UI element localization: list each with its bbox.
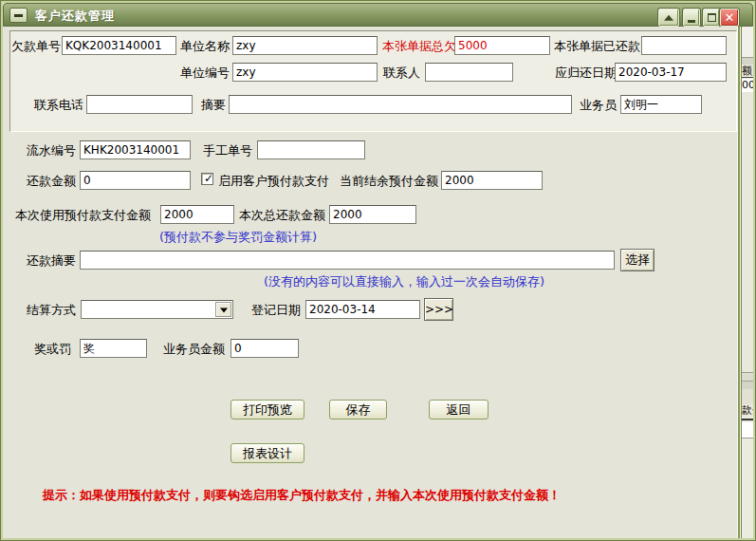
rollup-button[interactable] [658,9,679,27]
unit-code-label: 单位编号 [180,66,230,80]
settle-method-select[interactable] [81,300,233,319]
close-button[interactable]: ✕ [720,9,739,27]
debt-no-label: 欠款单号 [11,40,61,53]
enable-prepay-checkbox[interactable]: ✓ [201,173,213,185]
prepay-balance-input[interactable] [441,171,543,190]
manual-no-label: 手工单号 [203,144,252,158]
summary-input[interactable] [229,95,572,114]
back-button[interactable]: 返回 [429,400,489,420]
due-date-label: 应归还日期 [555,66,617,80]
clipped-background-grid: 额 000 款金 [742,27,753,538]
serial-no-input[interactable] [80,140,191,159]
maximize-icon [708,13,716,22]
grid-fragment [742,372,753,381]
report-design-button[interactable]: 报表设计 [230,443,304,463]
phone-label: 联系电话 [34,99,83,112]
triangle-up-icon [664,14,673,20]
prepay-balance-label: 当前结余预付金额 [340,175,438,188]
total-repay-input[interactable] [329,205,416,224]
contact-label: 联系人 [383,66,420,80]
grid-fragment [742,92,753,372]
print-preview-button[interactable]: 打印预览 [230,400,304,420]
repay-summary-input[interactable] [80,251,615,270]
salesman-input[interactable] [620,95,702,114]
debt-no-input[interactable] [62,36,176,55]
date-picker-button[interactable]: >>> [424,298,453,321]
prepay-used-label: 本次使用预付款支付金额 [15,209,151,222]
grid-cell: 000 [742,79,753,92]
repay-summary-label: 还款摘要 [27,254,76,268]
grid-cell [742,422,753,438]
repaid-label: 本张单据已还款 [554,40,640,53]
grid-fragment [742,57,753,65]
reward-label: 奖或罚 [34,343,71,356]
repaid-input[interactable] [641,36,727,55]
footer-hint: 提示：如果使用预付款支付，则要钩选启用客户预付款支付，并输入本次使用预付款支付金… [43,487,561,504]
autosave-note: (没有的内容可以直接输入，输入过一次会自动保存) [264,273,544,290]
maximize-button[interactable] [703,9,720,27]
grid-fragment [742,389,753,404]
checkmark-icon: ✓ [204,172,213,185]
phone-input[interactable] [86,95,193,114]
grid-fragment [742,439,753,538]
window-title: 客户还款管理 [35,8,115,25]
grid-column-header: 额 [742,65,753,78]
unit-name-label: 单位名称 [180,40,230,53]
reg-date-input[interactable] [305,300,420,319]
salesman-label: 业务员 [580,99,617,112]
grid-column-header: 款金 [742,404,753,420]
reg-date-label: 登记日期 [251,304,301,317]
manual-no-input[interactable] [257,140,365,159]
title-bar: 客户还款管理 ✕ [3,3,753,27]
prepay-used-input[interactable] [160,205,234,224]
minimize-icon [688,20,695,23]
due-date-input[interactable] [615,63,727,82]
customer-repayment-dialog: 客户还款管理 ✕ 欠款单号 单位名称 本张单据总欠 本张单据已还款 单位编号 联… [0,0,756,541]
settle-method-label: 结算方式 [27,304,76,317]
repay-amount-label: 还款金额 [27,175,76,188]
reward-input[interactable] [80,339,147,358]
repay-amount-input[interactable] [80,171,191,190]
minimize-button[interactable] [683,9,700,27]
unit-code-input[interactable] [232,63,378,82]
chevron-down-icon [220,308,228,313]
select-summary-button[interactable]: 选择 [620,249,655,271]
contact-input[interactable] [425,63,513,82]
serial-no-label: 流水编号 [27,144,76,158]
dash-glyph [14,14,23,17]
unit-name-input[interactable] [232,36,378,55]
total-owed-input[interactable] [454,36,550,55]
save-button[interactable]: 保存 [329,400,387,420]
enable-prepay-label[interactable]: 启用客户预付款支付 [218,175,329,188]
system-menu-icon[interactable] [9,8,28,23]
grid-fragment [742,27,753,57]
salesman-amount-input[interactable] [230,339,299,358]
grid-fragment [742,381,753,389]
dropdown-button[interactable] [215,302,231,317]
summary-label: 摘要 [201,99,226,112]
total-owed-label: 本张单据总欠 [382,40,456,53]
total-repay-label: 本次总还款金额 [239,209,325,222]
salesman-amount-label: 业务员金额 [163,343,225,356]
prepay-note: (预付款不参与奖罚金额计算) [159,229,317,246]
